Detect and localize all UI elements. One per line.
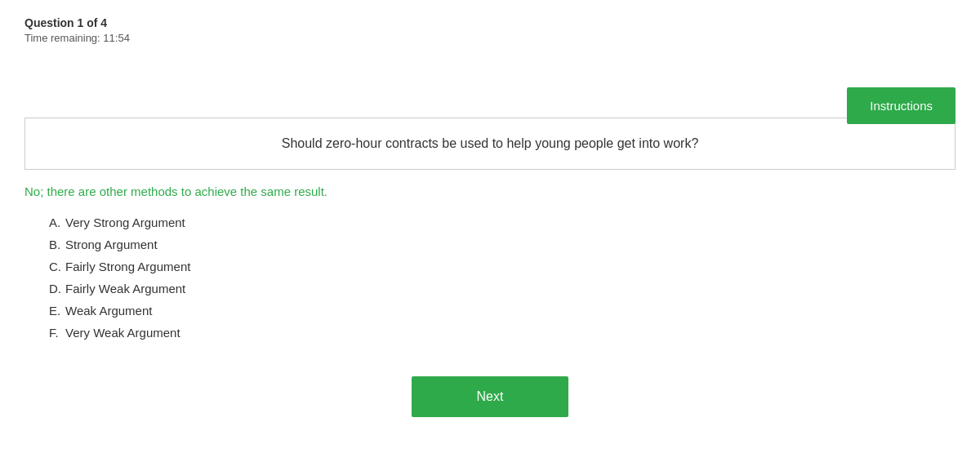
header: Question 1 of 4 Time remaining: 11:54 <box>0 0 980 52</box>
next-button[interactable]: Next <box>412 376 569 417</box>
next-btn-container: Next <box>0 376 980 417</box>
answer-text: No; there are other methods to achieve t… <box>24 184 956 198</box>
question-counter: Question 1 of 4 <box>24 16 956 29</box>
option-letter: E. <box>49 304 65 318</box>
list-item[interactable]: F.Very Weak Argument <box>49 322 956 344</box>
question-box: Should zero-hour contracts be used to he… <box>24 118 956 170</box>
list-item[interactable]: D.Fairly Weak Argument <box>49 278 956 300</box>
option-letter: F. <box>49 326 65 340</box>
option-letter: A. <box>49 216 65 229</box>
list-item[interactable]: A.Very Strong Argument <box>49 211 956 233</box>
instructions-button[interactable]: Instructions <box>847 87 956 124</box>
list-item[interactable]: E.Weak Argument <box>49 300 956 322</box>
instructions-btn-container: Instructions <box>847 87 956 124</box>
option-text: Very Strong Argument <box>65 216 185 229</box>
option-text: Very Weak Argument <box>65 326 180 340</box>
options-list: A.Very Strong ArgumentB.Strong ArgumentC… <box>49 211 956 344</box>
option-letter: C. <box>49 260 65 273</box>
option-letter: B. <box>49 238 65 251</box>
time-remaining: Time remaining: 11:54 <box>24 32 956 44</box>
option-text: Fairly Weak Argument <box>65 282 185 295</box>
question-text: Should zero-hour contracts be used to he… <box>282 136 699 150</box>
list-item[interactable]: B.Strong Argument <box>49 233 956 255</box>
option-text: Weak Argument <box>65 304 152 318</box>
option-letter: D. <box>49 282 65 295</box>
list-item[interactable]: C.Fairly Strong Argument <box>49 255 956 278</box>
option-text: Fairly Strong Argument <box>65 260 190 273</box>
option-text: Strong Argument <box>65 238 158 251</box>
